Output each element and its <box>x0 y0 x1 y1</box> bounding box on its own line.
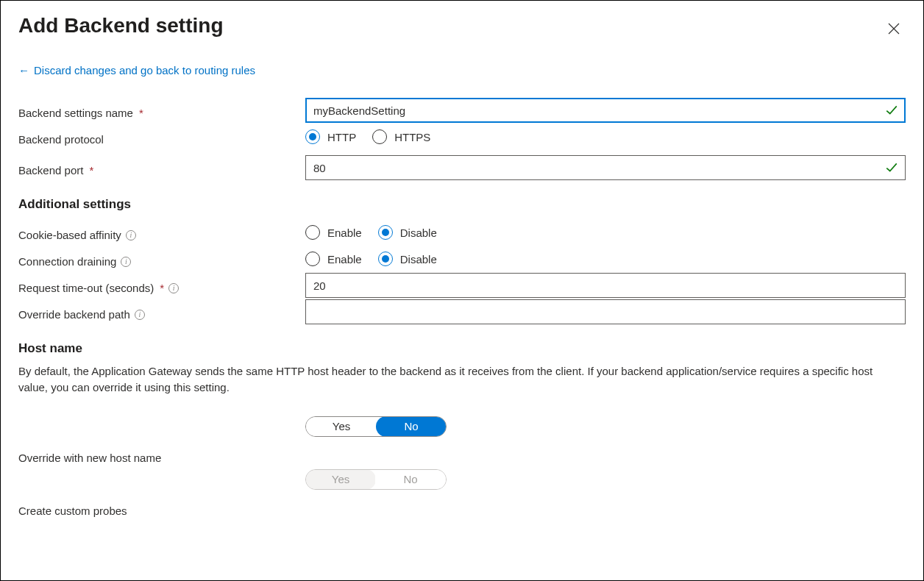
cookie-affinity-enable-radio[interactable]: Enable <box>305 225 362 240</box>
check-icon <box>885 104 898 117</box>
required-indicator: * <box>89 164 93 177</box>
override-hostname-toggle: Yes No <box>305 416 447 437</box>
additional-settings-heading: Additional settings <box>18 197 906 212</box>
override-hostname-sub-no: No <box>375 470 446 489</box>
backend-protocol-label: Backend protocol <box>18 124 305 150</box>
cookie-affinity-disable-radio[interactable]: Disable <box>378 225 437 240</box>
create-custom-probes-label: Create custom probes <box>18 493 305 519</box>
override-hostname-no[interactable]: No <box>376 416 447 437</box>
connection-draining-enable-radio[interactable]: Enable <box>305 252 362 266</box>
cookie-affinity-label: Cookie-based affinity i <box>18 219 305 246</box>
close-icon <box>888 23 900 35</box>
panel-title: Add Backend setting <box>18 14 223 38</box>
override-hostname-sub-toggle: Yes No <box>305 469 447 490</box>
override-hostname-spacer <box>18 413 305 440</box>
info-icon[interactable]: i <box>121 257 131 267</box>
discard-back-link[interactable]: ← Discard changes and go back to routing… <box>18 64 255 76</box>
arrow-left-icon: ← <box>18 64 29 76</box>
check-icon <box>885 161 898 174</box>
discard-back-link-text: Discard changes and go back to routing r… <box>34 64 255 76</box>
info-icon[interactable]: i <box>135 310 145 320</box>
backend-protocol-radio-group: HTTP HTTPS <box>305 129 430 144</box>
info-icon[interactable]: i <box>126 230 136 240</box>
connection-draining-disable-radio[interactable]: Disable <box>378 252 437 266</box>
backend-port-input[interactable] <box>305 155 906 180</box>
connection-draining-label: Connection draining i <box>18 246 305 272</box>
protocol-http-radio[interactable]: HTTP <box>305 129 356 144</box>
override-hostname-yes[interactable]: Yes <box>306 417 377 436</box>
cookie-affinity-radio-group: Enable Disable <box>305 225 437 240</box>
host-name-description: By default, the Application Gateway send… <box>18 363 886 396</box>
override-hostname-sub-yes: Yes <box>305 469 376 490</box>
backend-settings-name-input[interactable] <box>305 98 906 123</box>
request-timeout-input[interactable] <box>305 273 906 298</box>
host-name-heading: Host name <box>18 341 906 356</box>
required-indicator: * <box>160 282 164 294</box>
add-backend-setting-panel: Add Backend setting ← Discard changes an… <box>0 0 924 581</box>
connection-draining-radio-group: Enable Disable <box>305 252 437 266</box>
request-timeout-label: Request time-out (seconds) * i <box>18 272 305 299</box>
backend-port-label: Backend port * <box>18 154 305 181</box>
info-icon[interactable]: i <box>168 283 179 293</box>
backend-settings-name-label: Backend settings name * <box>18 97 305 124</box>
override-hostname-label: Override with new host name <box>18 440 305 466</box>
close-button[interactable] <box>882 17 906 40</box>
required-indicator: * <box>139 107 143 119</box>
protocol-https-radio[interactable]: HTTPS <box>372 129 430 144</box>
override-backend-path-input[interactable] <box>305 299 906 324</box>
override-backend-path-label: Override backend path i <box>18 299 305 325</box>
